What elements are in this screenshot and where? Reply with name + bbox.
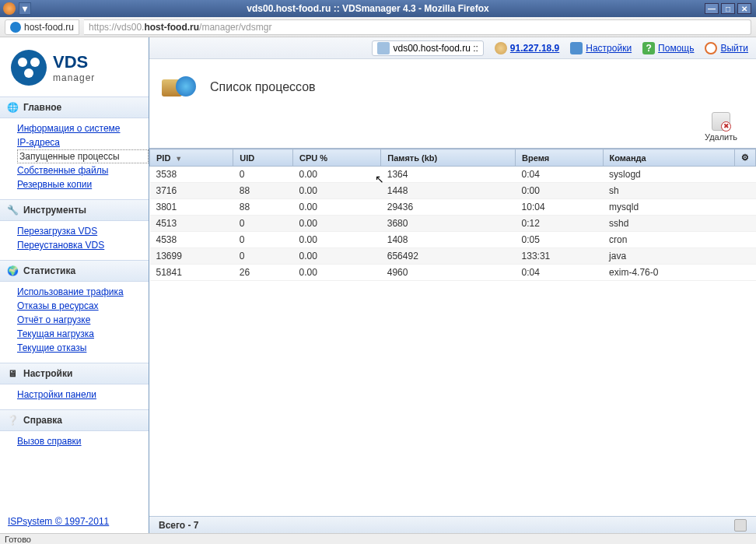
nav-item[interactable]: Отчёт о нагрузке <box>17 313 149 327</box>
ip-link[interactable]: 91.227.18.9 <box>495 42 559 54</box>
logo: VDS manager <box>0 37 149 97</box>
power-icon <box>705 42 717 54</box>
total-label: Всего - 7 <box>159 517 199 534</box>
col-header[interactable]: Память (kb) <box>381 149 516 167</box>
nav-item[interactable]: Отказы в ресурсах <box>17 299 149 313</box>
nav-item[interactable]: Настройки панели <box>17 388 149 402</box>
help-icon: ❔ <box>6 414 19 426</box>
cell-cmd: sshd <box>603 216 734 232</box>
window-title: vds00.host-food.ru :: VDSmanager 4.3 - M… <box>31 3 705 14</box>
col-header[interactable]: Время <box>516 149 603 167</box>
table-row[interactable]: 1369900.00656492133:31java <box>150 248 756 265</box>
cell-uid: 26 <box>233 265 293 281</box>
cell-cpu: 0.00 <box>293 265 381 281</box>
cell-cpu: 0.00 <box>293 232 381 248</box>
cell-mem: 1448 <box>381 183 516 199</box>
table-row[interactable]: 453800.0014080:05cron <box>150 232 756 248</box>
nav-item[interactable]: Текущие отказы <box>17 341 149 355</box>
cell-cmd: java <box>603 248 734 265</box>
cell-time: 0:04 <box>516 265 603 281</box>
col-header[interactable]: Команда <box>603 149 734 167</box>
process-table: PID▼UIDCPU %Память (kb)ВремяКоманда⚙ 353… <box>149 149 756 281</box>
col-header[interactable]: UID <box>233 149 293 167</box>
cell-uid: 0 <box>233 216 293 232</box>
nav-group-stats[interactable]: 🌍Статистика <box>0 260 149 282</box>
host-chip: vds00.host-food.ru :: <box>372 40 483 56</box>
cell-time: 0:05 <box>516 232 603 248</box>
user-icon <box>495 42 507 54</box>
table-row[interactable]: 353800.0013640:04syslogd <box>150 167 756 183</box>
cell-cmd: cron <box>603 232 734 248</box>
cell-uid: 0 <box>233 167 293 183</box>
cell-mem: 4960 <box>381 265 516 281</box>
app-menu-dropdown[interactable]: ▾ <box>19 2 31 15</box>
cell-mem: 1408 <box>381 232 516 248</box>
cell-pid: 3716 <box>150 183 233 199</box>
nav-item[interactable]: Резервные копии <box>17 177 149 191</box>
site-identity[interactable]: host-food.ru <box>5 19 79 35</box>
help-link[interactable]: ? Помощь <box>642 42 694 54</box>
cell-uid: 88 <box>233 183 293 199</box>
cell-cpu: 0.00 <box>293 216 381 232</box>
nav-item[interactable]: Переустановка VDS <box>17 238 149 252</box>
nav-group-tools[interactable]: 🔧Инструменты <box>0 199 149 221</box>
cell-cmd: exim-4.76-0 <box>603 265 734 281</box>
page-icon <box>162 72 201 103</box>
nav-group-help[interactable]: ❔Справка <box>0 409 149 431</box>
table-row[interactable]: 3801880.002943610:04mysqld <box>150 199 756 216</box>
settings-link[interactable]: Настройки <box>570 42 632 54</box>
cell-time: 10:04 <box>516 199 603 216</box>
main-icon: 🌐 <box>6 101 19 114</box>
maximize-button[interactable]: □ <box>721 3 735 14</box>
nav-group-main[interactable]: 🌐Главное <box>0 97 149 118</box>
col-header[interactable]: PID▼ <box>150 149 233 167</box>
sort-desc-icon: ▼ <box>175 155 182 163</box>
cell-pid: 13699 <box>150 248 233 265</box>
cell-mem: 3680 <box>381 216 516 232</box>
delete-icon <box>712 112 730 131</box>
question-icon: ? <box>642 42 655 54</box>
nav-item[interactable]: Перезагрузка VDS <box>17 224 149 238</box>
col-header[interactable]: CPU % <box>293 149 381 167</box>
footer-config-icon[interactable] <box>734 519 747 532</box>
nav-item[interactable]: IP-адреса <box>17 135 149 149</box>
url-bar[interactable]: https://vds00.host-food.ru/manager/vdsmg… <box>84 19 751 35</box>
close-button[interactable]: ✕ <box>737 3 751 14</box>
minimize-button[interactable]: — <box>705 3 719 14</box>
nav-item[interactable]: Информация о системе <box>17 121 149 135</box>
nav-item[interactable]: Использование трафика <box>17 285 149 299</box>
table-row[interactable]: 51841260.0049600:04exim-4.76-0 <box>150 265 756 281</box>
col-config-icon[interactable]: ⚙ <box>735 149 756 167</box>
table-row[interactable]: 3716880.0014480:00sh <box>150 183 756 199</box>
cell-pid: 51841 <box>150 265 233 281</box>
cell-time: 0:04 <box>516 167 603 183</box>
nav-group-settings[interactable]: 🖥Настройки <box>0 363 149 384</box>
copyright-link[interactable]: ISPsystem © 1997-2011 <box>8 516 109 527</box>
cell-mem: 656492 <box>381 248 516 265</box>
settings-icon: 🖥 <box>6 367 19 380</box>
table-row[interactable]: 451300.0036800:12sshd <box>150 216 756 232</box>
firefox-icon <box>3 2 16 15</box>
cell-mem: 1364 <box>381 167 516 183</box>
page-title: Список процессов <box>210 80 316 94</box>
nav-item[interactable]: Вызов справки <box>17 434 149 448</box>
cell-mem: 29436 <box>381 199 516 216</box>
cell-cmd: syslogd <box>603 167 734 183</box>
logo-icon <box>11 50 47 86</box>
stats-icon: 🌍 <box>6 265 19 277</box>
cell-time: 0:12 <box>516 216 603 232</box>
delete-button[interactable]: Удалить <box>700 111 742 143</box>
nav-item[interactable]: Запущенные процессы <box>17 149 149 163</box>
exit-link[interactable]: Выйти <box>705 42 748 54</box>
server-icon <box>377 42 390 54</box>
browser-status: Готово <box>0 533 756 544</box>
cell-cmd: sh <box>603 183 734 199</box>
cell-time: 133:31 <box>516 248 603 265</box>
cell-cpu: 0.00 <box>293 183 381 199</box>
nav-item[interactable]: Текущая нагрузка <box>17 327 149 341</box>
cell-cmd: mysqld <box>603 199 734 216</box>
nav-item[interactable]: Собственные файлы <box>17 163 149 177</box>
cell-uid: 0 <box>233 232 293 248</box>
cell-cpu: 0.00 <box>293 199 381 216</box>
cell-cpu: 0.00 <box>293 248 381 265</box>
